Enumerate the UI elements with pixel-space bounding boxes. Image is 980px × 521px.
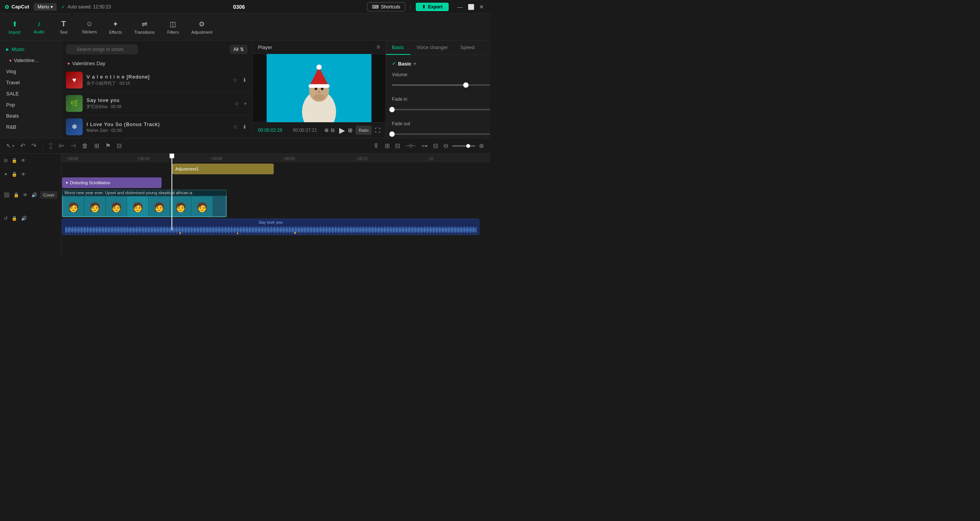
toolbar-text[interactable]: T Text [52, 17, 75, 37]
sidebar-item-sale[interactable]: SALE [0, 88, 61, 99]
sidebar-item-music[interactable]: ▶ Music [0, 44, 61, 55]
zoom-in-button[interactable]: ⊕ [477, 141, 485, 151]
svg-rect-23 [294, 232, 296, 234]
mic-button[interactable]: 🎙 [372, 141, 381, 151]
center-button[interactable]: ⊶ [420, 141, 429, 151]
favorite-button-saylove[interactable]: ☆ [234, 100, 240, 107]
undo-tl-button[interactable]: ↶ [19, 141, 27, 151]
trim-button[interactable]: ⊣ [69, 141, 77, 151]
clip-effect1[interactable]: ✦ Distorting Scintillation [62, 177, 162, 188]
sidebar-item-valentine[interactable]: ♥ Valentine... [0, 55, 61, 66]
download-button-iloveyou[interactable]: ⬇ [242, 123, 248, 131]
grid-view-button[interactable]: ⊞ [325, 128, 328, 133]
autosave-check-icon: ✓ [61, 4, 65, 10]
link-button[interactable]: ⊞ [383, 141, 391, 151]
shortcuts-button[interactable]: ⌨ Shortcuts [367, 2, 405, 11]
menu-button[interactable]: Menu ▾ [34, 3, 57, 11]
sidebar-item-travel[interactable]: Travel [0, 77, 61, 88]
toolbar-filters[interactable]: ◫ Filters [162, 18, 185, 37]
grid-view-button2[interactable]: ⊟ [331, 128, 335, 133]
project-title: 0306 [116, 4, 363, 10]
audio-vid-btn[interactable]: 🔊 [31, 192, 38, 198]
music-item-saylove[interactable]: 🌿 Say love you 罗艺欣Elsa · 00:38 ☆ + [61, 92, 252, 115]
lock-btn-aud[interactable]: 🔒 [11, 215, 18, 222]
split-button[interactable]: ⌶ [47, 141, 54, 151]
sidebar-item-beats[interactable]: Beats [0, 110, 61, 121]
filter-icon: ⇅ [240, 47, 244, 52]
app-name: CapCut [11, 4, 29, 10]
player-menu-button[interactable]: ≡ [377, 44, 380, 51]
tab-speed[interactable]: Speed [454, 41, 481, 55]
video-icon-btn[interactable]: ⬛ [3, 192, 10, 198]
delete-button[interactable]: 🗑 [80, 141, 90, 151]
adjust-icon-btn[interactable]: ⊟ [3, 157, 8, 164]
timeline-body: ⊟ 🔒 👁 ✦ 🔒 👁 ⬛ 🔒 👁 🔊 Cover ↺ 🔒 [0, 154, 490, 260]
audio-mute-btn[interactable]: 🔊 [20, 215, 28, 222]
add-button-saylove[interactable]: + [243, 100, 248, 107]
clip-audio1[interactable]: Say love you [62, 219, 479, 235]
tl-sidebar: ⊟ 🔒 👁 ✦ 🔒 👁 ⬛ 🔒 👁 🔊 Cover ↺ 🔒 [0, 154, 61, 260]
toolbar-audio[interactable]: ♪ Audio [28, 18, 51, 36]
tl-mark-12: | 00:12 [356, 157, 368, 161]
snap-button[interactable]: ⊟ [394, 141, 402, 151]
svg-rect-9 [309, 84, 330, 88]
music-thumb-valentine: ♥ [66, 72, 83, 88]
download-button-valentine[interactable]: ⬇ [242, 76, 248, 84]
lock-btn-vid[interactable]: 🔒 [13, 192, 20, 198]
tab-basic[interactable]: Basic [386, 41, 410, 55]
more-button[interactable]: ⊟ [115, 141, 123, 151]
fade-out-slider[interactable] [392, 133, 490, 135]
star-icon-btn[interactable]: ✦ [3, 171, 8, 178]
lock-btn-eff[interactable]: 🔒 [11, 171, 18, 178]
play-button[interactable]: ▶ [339, 126, 345, 135]
autosave-status: ✓ Auto saved: 12:50:23 [61, 4, 111, 10]
zoom-slider[interactable] [452, 145, 475, 147]
fade-in-slider[interactable] [392, 109, 490, 110]
eye-btn-vid[interactable]: 👁 [22, 192, 28, 198]
maximize-button[interactable]: ⬜ [467, 4, 475, 10]
toolbar-stickers[interactable]: ☺ Stickers [77, 18, 102, 36]
toolbar-transitions[interactable]: ⇌ Transitions [129, 18, 160, 37]
sidebar-item-pop[interactable]: Pop [0, 99, 61, 110]
ratio-button[interactable]: Ratio [356, 126, 372, 135]
music-item-iloveyou[interactable]: ❄ I Love You So (Bonus Track) Maher Zain… [61, 115, 252, 138]
export-button[interactable]: ⬆ Export [416, 3, 449, 11]
cover-button[interactable]: Cover [40, 191, 57, 199]
track-controls-video: ⬛ 🔒 👁 🔊 Cover [0, 181, 61, 209]
favorite-button-iloveyou[interactable]: ☆ [232, 123, 238, 131]
fit-button[interactable]: ⊞ [93, 141, 101, 151]
fit-screen-button[interactable]: ⊞ [348, 126, 353, 135]
app-logo: ✿ CapCut [5, 4, 29, 10]
sidebar-item-vlog[interactable]: Vlog [0, 66, 61, 77]
ripple-split-button[interactable]: ⊨ [57, 141, 66, 151]
volume-row: Volume 0.0dB ▲ ▼ ◇ [392, 72, 490, 90]
minimize-button[interactable]: — [456, 4, 464, 10]
tab-voice-changer[interactable]: Voice changer [410, 41, 454, 55]
fullscreen-button[interactable]: ⛶ [375, 126, 380, 135]
toolbar-adjustment[interactable]: ⚙ Adjustment [186, 18, 218, 37]
volume-slider[interactable] [392, 84, 490, 86]
toolbar-effects[interactable]: ✦ Effects [104, 18, 127, 37]
subtitle-button[interactable]: ⊟ [431, 141, 439, 151]
sidebar-item-rnb[interactable]: R&B [0, 121, 61, 133]
flag-button[interactable]: ⚑ [104, 141, 112, 151]
zoom-out-button[interactable]: ⊖ [442, 141, 450, 151]
clip-adjustment1[interactable]: Adjustment1 [172, 164, 274, 174]
redo-tl-button[interactable]: ↷ [30, 141, 38, 151]
select-tool-button[interactable]: ↖ ▾ [5, 141, 16, 151]
close-button[interactable]: ✕ [478, 4, 485, 10]
tl-ruler: | 00:00 | 00:03 | 00:06 | 00:09 | 00:12 … [61, 154, 490, 162]
all-filter-button[interactable]: All ⇅ [230, 45, 248, 54]
music-item-valentine[interactable]: ♥ V a l e n t i n e [Redone] 杂子小姐拜托了 · 0… [61, 69, 252, 92]
svg-point-4 [313, 94, 325, 100]
loop-btn[interactable]: ↺ [3, 215, 8, 222]
favorite-button-valentine[interactable]: ☆ [232, 76, 238, 84]
main-area: ▶ Music ♥ Valentine... Vlog Travel SALE … [0, 41, 490, 138]
lock-btn-adj[interactable]: 🔒 [11, 157, 18, 164]
toolbar-import[interactable]: ⬆ Import [3, 18, 26, 37]
align-button[interactable]: ⊣⊢ [404, 141, 418, 151]
eye-btn-eff[interactable]: 👁 [20, 171, 26, 178]
fade-in-slider-row: 0.0s ▲ ▼ [392, 104, 490, 115]
eye-btn-adj[interactable]: 👁 [20, 157, 26, 164]
search-input[interactable] [66, 44, 138, 54]
